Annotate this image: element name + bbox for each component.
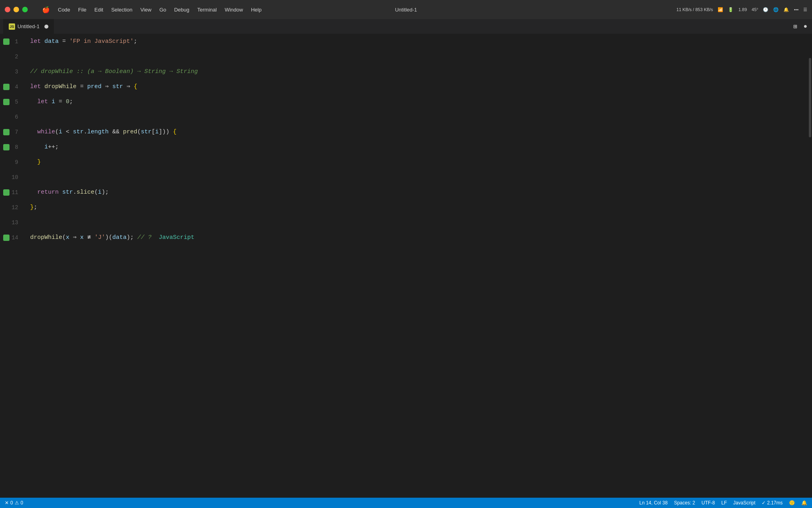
code-editor[interactable]: let data = 'FP in JavaScript' ; // dropW… <box>24 34 806 498</box>
status-bar-right: Ln 14, Col 38 Spaces: 2 UTF-8 LF JavaScr… <box>640 500 808 506</box>
gutter-row-3: 3 <box>0 64 24 79</box>
title-bar-left: 🍎 Code File Edit Selection View Go Debug… <box>5 6 262 13</box>
var-str-4: str <box>62 185 73 200</box>
num-zero: 0 <box>66 94 69 110</box>
scrollbar-thumb[interactable] <box>809 58 811 137</box>
menu-help[interactable]: Help <box>251 7 262 13</box>
param-str-1: str <box>112 79 123 94</box>
menu-window[interactable]: Window <box>225 7 243 13</box>
open-brace-7: { <box>173 125 176 140</box>
error-count[interactable]: ✕ 0 ⚠ 0 <box>5 500 23 506</box>
language-mode[interactable]: JavaScript <box>733 500 755 506</box>
var-data: data <box>44 34 59 49</box>
gutter-row-12: 12 <box>0 200 24 215</box>
param-x-2: x <box>80 230 84 245</box>
breakpoint-5[interactable] <box>3 99 10 105</box>
temperature: 45° <box>752 7 758 12</box>
feedback-icon[interactable]: 🙂 <box>789 500 795 506</box>
vertical-scrollbar[interactable] <box>806 34 812 498</box>
notification-bell[interactable]: 🔔 <box>801 500 807 506</box>
gutter-row-4: 4 <box>0 79 24 94</box>
error-icon: ✕ <box>5 500 9 506</box>
comment-line3: // dropWhile :: (a → Boolean) → String →… <box>30 64 198 79</box>
breakpoint-empty-12 <box>3 204 10 211</box>
minimize-button[interactable] <box>13 7 19 12</box>
gutter-row-2: 2 <box>0 49 24 64</box>
keyword-return: return <box>37 185 59 200</box>
code-line-9: } <box>30 155 806 170</box>
perf-indicator: ✓ 2.17ms <box>762 500 783 506</box>
status-bar: ✕ 0 ⚠ 0 Ln 14, Col 38 Spaces: 2 UTF-8 LF… <box>0 498 812 508</box>
breakpoint-8[interactable] <box>3 144 10 150</box>
var-i-4: i <box>98 185 102 200</box>
gutter-row-6: 6 <box>0 110 24 125</box>
line-number-4: 4 <box>10 84 24 90</box>
breakpoint-4[interactable] <box>3 84 10 90</box>
line-number-5: 5 <box>10 99 24 105</box>
breakpoint-1[interactable] <box>3 38 10 45</box>
string-j: 'J' <box>94 230 105 245</box>
breakpoint-11[interactable] <box>3 189 10 196</box>
gutter-row-7: 7 <box>0 125 24 140</box>
string-fp: 'FP in JavaScript' <box>69 34 134 49</box>
var-i: i <box>52 94 55 110</box>
code-line-13 <box>30 215 806 230</box>
menu-view[interactable]: View <box>140 7 151 13</box>
window-title: Untitled-1 <box>395 7 417 13</box>
breakpoint-14[interactable] <box>3 235 10 241</box>
code-line-10 <box>30 170 806 185</box>
line-number-14: 14 <box>10 235 24 241</box>
breakpoint-empty-13 <box>3 219 10 226</box>
code-line-2 <box>30 49 806 64</box>
split-editor-icon[interactable]: ⊞ <box>792 21 799 32</box>
breakpoint-empty-2 <box>3 54 10 60</box>
notification-icon: 🔔 <box>783 7 789 12</box>
gutter-row-9: 9 <box>0 155 24 170</box>
menu-selection[interactable]: Selection <box>111 7 132 13</box>
gutter-row-13: 13 <box>0 215 24 230</box>
tab-bar-actions: ⊞ ● <box>792 21 809 32</box>
network-status: 11 KB/s / 853 KB/s <box>676 7 713 12</box>
more-icon: ••• <box>794 7 799 12</box>
fn-dropwhile-call: dropWhile <box>30 230 62 245</box>
line-number-11: 11 <box>10 189 24 196</box>
gutter-row-10: 10 <box>0 170 24 185</box>
cursor-position[interactable]: Ln 14, Col 38 <box>640 500 668 506</box>
code-line-8: i ++; <box>30 140 806 155</box>
var-data-call: data <box>112 230 126 245</box>
encoding[interactable]: UTF-8 <box>701 500 715 506</box>
keyword-let-1: let <box>30 34 41 49</box>
clock-icon: 🕐 <box>763 7 768 12</box>
var-i-2: i <box>59 125 62 140</box>
tab-filename: Untitled-1 <box>17 23 40 29</box>
var-str-3: str <box>141 125 151 140</box>
gutter-row-11: 11 <box>0 185 24 200</box>
line-number-9: 9 <box>10 159 24 165</box>
code-line-4: let dropWhile = pred ⇒ str ⇒ { <box>30 79 806 94</box>
menu-edit[interactable]: Edit <box>94 7 103 13</box>
menu-file[interactable]: File <box>78 7 86 13</box>
line-ending[interactable]: LF <box>721 500 727 506</box>
tab-untitled[interactable]: JS Untitled-1 <box>3 19 54 34</box>
more-actions-icon[interactable]: ● <box>802 21 809 32</box>
menu-go[interactable]: Go <box>159 7 166 13</box>
line-number-3: 3 <box>10 69 24 75</box>
breakpoint-7[interactable] <box>3 129 10 135</box>
indentation[interactable]: Spaces: 2 <box>674 500 695 506</box>
maximize-button[interactable] <box>22 7 28 12</box>
keyword-while: while <box>37 125 55 140</box>
fn-slice: slice <box>77 185 94 200</box>
close-button[interactable] <box>5 7 10 12</box>
gutter-row-1: 1 <box>0 34 24 49</box>
warning-number: 0 <box>21 500 23 506</box>
menu-debug[interactable]: Debug <box>174 7 189 13</box>
line-number-10: 10 <box>10 174 24 181</box>
menu-terminal[interactable]: Terminal <box>197 7 217 13</box>
battery-level: 1.89 <box>738 7 747 12</box>
menu-code[interactable]: Code <box>58 7 70 13</box>
code-line-7: while ( i < str . length && pred ( str [… <box>30 125 806 140</box>
line-number-1: 1 <box>10 38 24 45</box>
breakpoint-empty-9 <box>3 159 10 165</box>
apple-menu[interactable]: 🍎 <box>42 6 50 13</box>
fn-dropwhile: dropWhile <box>44 79 77 94</box>
